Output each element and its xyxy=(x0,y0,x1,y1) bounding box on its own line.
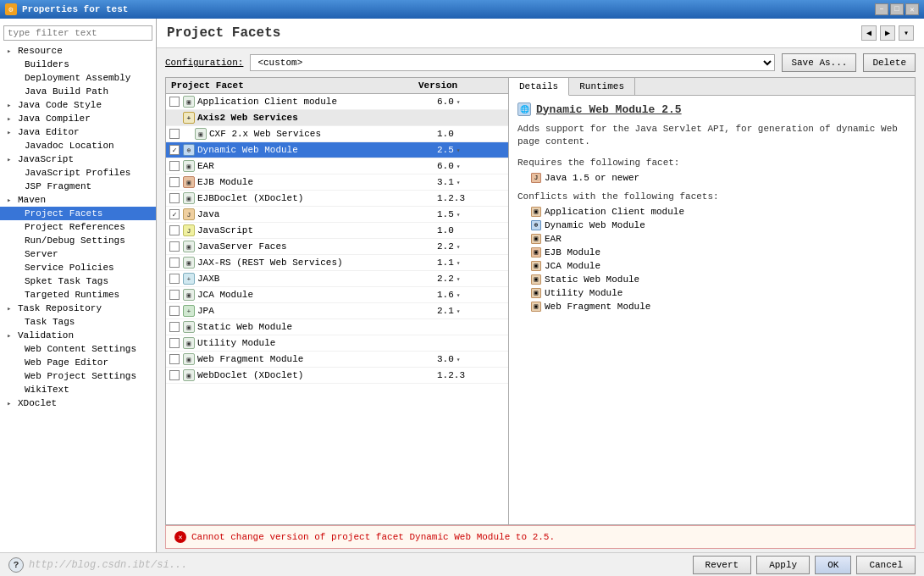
save-as-button[interactable]: Save As... xyxy=(782,53,856,72)
facet-row[interactable]: ▣Static Web Module xyxy=(166,319,508,335)
sidebar-item-task-repository[interactable]: ▸Task Repository xyxy=(0,302,156,315)
facet-checkbox[interactable] xyxy=(169,209,180,219)
sidebar-item-web-project-settings[interactable]: Web Project Settings xyxy=(0,369,156,383)
sidebar-item-javadoc-location[interactable]: Javadoc Location xyxy=(0,139,156,152)
facet-checkbox[interactable] xyxy=(169,290,180,300)
sidebar-item-spket-task-tags[interactable]: Spket Task Tags xyxy=(0,274,156,288)
facet-checkbox[interactable] xyxy=(169,370,180,380)
sidebar-item-label-javadoc-location: Javadoc Location xyxy=(25,141,114,151)
sidebar-item-targeted-runtimes[interactable]: Targeted Runtimes xyxy=(0,288,156,302)
sidebar-item-xdoclet[interactable]: ▸XDoclet xyxy=(0,396,156,410)
sidebar-item-run-debug-settings[interactable]: Run/Debug Settings xyxy=(0,234,156,247)
apply-button[interactable]: Apply xyxy=(756,556,810,574)
version-dropdown-arrow[interactable]: ▾ xyxy=(456,211,461,219)
delete-button[interactable]: Delete xyxy=(863,53,916,72)
facet-row[interactable]: ▣JAX-RS (REST Web Services)1.1▾ xyxy=(166,255,508,271)
facet-row[interactable]: ▣Utility Module xyxy=(166,335,508,352)
version-dropdown-arrow[interactable]: ▾ xyxy=(456,291,461,299)
facet-checkbox[interactable] xyxy=(169,354,180,364)
facet-row[interactable]: +JPA2.1▾ xyxy=(166,303,508,319)
version-dropdown-arrow[interactable]: ▾ xyxy=(456,259,461,267)
filter-input[interactable] xyxy=(3,25,152,41)
sidebar-item-label-validation: Validation xyxy=(18,330,74,341)
sidebar-item-javascript[interactable]: ▸JavaScript xyxy=(0,152,156,166)
facet-checkbox[interactable] xyxy=(169,129,180,139)
version-dropdown-arrow[interactable]: ▾ xyxy=(456,98,461,106)
sidebar-item-project-references[interactable]: Project References xyxy=(0,220,156,234)
facet-row[interactable]: ▣EAR6.0▾ xyxy=(166,158,508,174)
facet-icon: ▣ xyxy=(183,176,195,188)
conflict-text: Static Web Module xyxy=(545,274,639,285)
window-title: Properties for test xyxy=(22,4,128,14)
sidebar-item-deployment-assembly[interactable]: Deployment Assembly xyxy=(0,71,156,85)
cancel-button[interactable]: Cancel xyxy=(856,556,916,574)
sidebar-item-validation[interactable]: ▸Validation xyxy=(0,329,156,342)
facet-checkbox[interactable] xyxy=(169,97,180,107)
sidebar-item-resource[interactable]: ▸Resource xyxy=(0,44,156,58)
facet-row[interactable]: JJavaScript1.0 xyxy=(166,223,508,239)
revert-button[interactable]: Revert xyxy=(693,556,752,574)
facet-row[interactable]: +JAXB2.2▾ xyxy=(166,271,508,287)
ok-button[interactable]: OK xyxy=(815,556,851,574)
navigation-arrows: ◀ ▶ ▾ xyxy=(861,25,914,41)
sidebar-item-web-page-editor[interactable]: Web Page Editor xyxy=(0,356,156,369)
version-dropdown-arrow[interactable]: ▾ xyxy=(456,179,461,186)
facet-row[interactable]: JJava1.5▾ xyxy=(166,207,508,223)
facet-checkbox[interactable] xyxy=(169,145,180,155)
version-dropdown-arrow[interactable]: ▾ xyxy=(456,356,461,363)
facet-row[interactable]: ▣EJBDoclet (XDoclet)1.2.3 xyxy=(166,191,508,207)
facet-checkbox[interactable] xyxy=(169,177,180,187)
version-dropdown-arrow[interactable]: ▾ xyxy=(456,163,461,170)
nav-forward-button[interactable]: ▶ xyxy=(880,25,895,41)
tab-details[interactable]: Details xyxy=(509,78,569,96)
facet-row[interactable]: ▣Application Client module6.0▾ xyxy=(166,94,508,110)
sidebar-item-java-code-style[interactable]: ▸Java Code Style xyxy=(0,98,156,112)
sidebar-item-wikitext[interactable]: WikiText xyxy=(0,383,156,396)
facet-row[interactable]: +Axis2 Web Services xyxy=(166,110,508,126)
facet-checkbox[interactable] xyxy=(169,306,180,316)
conflict-text: EJB Module xyxy=(545,247,600,258)
nav-back-button[interactable]: ◀ xyxy=(861,25,877,41)
sidebar-item-web-content-settings[interactable]: Web Content Settings xyxy=(0,342,156,356)
facet-row[interactable]: ▣Web Fragment Module3.0▾ xyxy=(166,352,508,368)
sidebar-item-javascript-profiles[interactable]: JavaScript Profiles xyxy=(0,166,156,180)
facet-checkbox[interactable] xyxy=(169,274,180,284)
version-dropdown-arrow[interactable]: ▾ xyxy=(456,243,461,251)
close-button[interactable]: ✕ xyxy=(905,3,919,15)
facet-checkbox[interactable] xyxy=(169,193,180,203)
maximize-button[interactable]: □ xyxy=(890,3,904,15)
facet-checkbox[interactable] xyxy=(169,241,180,252)
sidebar-item-java-editor[interactable]: ▸Java Editor xyxy=(0,125,156,139)
facet-row[interactable]: ▣JCA Module1.6▾ xyxy=(166,287,508,303)
sidebar-item-project-facets[interactable]: Project Facets xyxy=(0,207,156,220)
facet-row[interactable]: ▣EJB Module3.1▾ xyxy=(166,174,508,191)
facet-name: JCA Module xyxy=(197,290,437,300)
version-dropdown-arrow[interactable]: ▾ xyxy=(456,275,461,283)
sidebar-item-maven[interactable]: ▸Maven xyxy=(0,193,156,207)
nav-dropdown-button[interactable]: ▾ xyxy=(899,25,914,41)
facet-checkbox[interactable] xyxy=(169,322,180,332)
sidebar-item-task-tags[interactable]: Task Tags xyxy=(0,315,156,329)
minimize-button[interactable]: – xyxy=(875,3,888,15)
sidebar-item-server[interactable]: Server xyxy=(0,247,156,261)
version-dropdown-arrow[interactable]: ▾ xyxy=(456,307,461,315)
sidebar-item-builders[interactable]: Builders xyxy=(0,58,156,71)
facet-checkbox[interactable] xyxy=(169,338,180,348)
help-button[interactable]: ? xyxy=(8,557,24,573)
conflict-text: Dynamic Web Module xyxy=(545,220,645,230)
facet-row[interactable]: ▣CXF 2.x Web Services1.0 xyxy=(166,126,508,142)
facet-row[interactable]: ▣JavaServer Faces2.2▾ xyxy=(166,239,508,255)
facet-checkbox[interactable] xyxy=(169,225,180,235)
sidebar-item-service-policies[interactable]: Service Policies xyxy=(0,261,156,274)
facet-row[interactable]: ▣WebDoclet (XDoclet)1.2.3 xyxy=(166,368,508,384)
sidebar-item-java-build-path[interactable]: Java Build Path xyxy=(0,85,156,98)
facet-checkbox[interactable] xyxy=(169,161,180,171)
version-dropdown-arrow[interactable]: ▾ xyxy=(456,147,461,154)
sidebar-item-jsp-fragment[interactable]: JSP Fragment xyxy=(0,180,156,193)
configuration-select[interactable]: <custom> xyxy=(250,54,775,71)
sidebar-item-java-compiler[interactable]: ▸Java Compiler xyxy=(0,112,156,125)
tab-runtimes[interactable]: Runtimes xyxy=(569,78,635,95)
facet-checkbox[interactable] xyxy=(169,258,180,268)
sidebar-item-label-web-project-settings: Web Project Settings xyxy=(25,371,136,381)
facet-row[interactable]: ⊕Dynamic Web Module2.5▾ xyxy=(166,142,508,158)
